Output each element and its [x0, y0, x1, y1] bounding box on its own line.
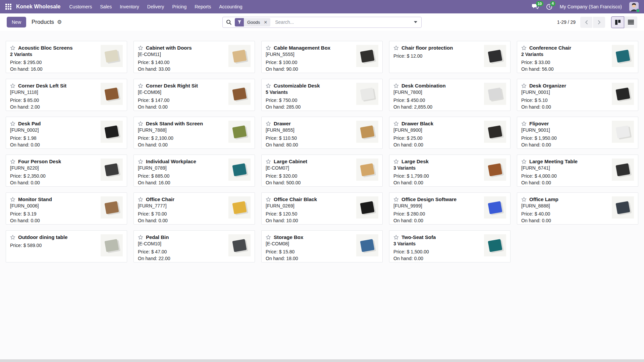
product-card[interactable]: Storage Box [E-COM08] Price: $ 15.80 On … — [261, 230, 383, 262]
favorite-star-icon[interactable] — [10, 159, 15, 164]
product-card[interactable]: Drawer Black [FURN_8900] Price: $ 25.00 … — [389, 117, 511, 149]
activities-button[interactable]: 4 — [546, 4, 552, 10]
product-card[interactable]: Desk Pad [FURN_0002] Price: $ 1.98 On ha… — [6, 117, 127, 149]
product-card[interactable]: Flipover [FURN_9001] Price: $ 1,950.00 O… — [517, 117, 638, 149]
product-card[interactable]: Large Desk 3 Variants Price: $ 1,799.00 … — [389, 155, 511, 187]
online-status-dot — [636, 9, 640, 13]
favorite-star-icon[interactable] — [10, 121, 15, 126]
product-card[interactable]: Four Person Desk [FURN_8220] Price: $ 2,… — [6, 155, 127, 187]
product-card[interactable]: Cable Management Box [FURN_5555] Price: … — [261, 41, 383, 73]
product-card-body: Desk Combination [FURN_7800] Price: $ 45… — [393, 83, 481, 107]
product-card-body: Desk Pad [FURN_0002] Price: $ 1.98 On ha… — [10, 121, 97, 145]
favorite-star-icon[interactable] — [266, 121, 271, 126]
favorite-star-icon[interactable] — [10, 83, 15, 88]
product-card[interactable]: Individual Workplace [FURN_0789] Price: … — [133, 155, 255, 187]
product-card[interactable]: Office Lamp [FURN_8888] Price: $ 40.00 O… — [517, 192, 638, 225]
product-card[interactable]: Desk Combination [FURN_7800] Price: $ 45… — [389, 79, 511, 111]
search-input[interactable] — [274, 19, 413, 25]
view-switch-list-button[interactable] — [624, 16, 637, 28]
search-bar[interactable]: Goods ✕ — [222, 17, 422, 28]
favorite-star-icon[interactable] — [138, 83, 143, 88]
facet-remove-icon[interactable]: ✕ — [263, 20, 270, 25]
nav-item-accounting[interactable]: Accounting — [215, 0, 246, 13]
favorite-star-icon[interactable] — [138, 121, 143, 126]
favorite-star-icon[interactable] — [10, 197, 15, 202]
favorite-star-icon[interactable] — [266, 83, 271, 88]
nav-item-pricing[interactable]: Pricing — [168, 0, 191, 13]
product-subtitle: [FURN_8855] — [266, 127, 353, 133]
pager-range[interactable]: 1-29 / 29 — [557, 19, 576, 25]
favorite-star-icon[interactable] — [521, 197, 527, 202]
product-card[interactable]: Cabinet with Doors [E-COM11] Price: $ 14… — [133, 41, 255, 73]
nav-item-delivery[interactable]: Delivery — [143, 0, 168, 13]
product-card[interactable]: Corner Desk Right Sit [E-COM06] Price: $… — [133, 79, 255, 111]
settings-gear-icon[interactable]: ⚙ — [57, 19, 62, 25]
product-card[interactable]: Acoustic Bloc Screens 2 Variants Price: … — [6, 41, 127, 73]
favorite-star-icon[interactable] — [138, 159, 143, 164]
favorite-star-icon[interactable] — [521, 121, 527, 126]
favorite-star-icon[interactable] — [266, 45, 271, 51]
favorite-star-icon[interactable] — [266, 197, 271, 202]
favorite-star-icon[interactable] — [393, 235, 399, 240]
company-switcher[interactable]: My Company (San Francisco) — [560, 4, 622, 9]
product-card[interactable]: Office Chair Black [FURN_0269] Price: $ … — [261, 192, 383, 225]
favorite-star-icon[interactable] — [138, 235, 143, 240]
apps-grid-icon[interactable] — [5, 4, 11, 10]
product-card[interactable]: Office Design Software [FURN_9999] Price… — [389, 192, 511, 225]
product-card[interactable]: Large Meeting Table [FURN_6741] Price: $… — [517, 155, 638, 187]
nav-item-sales[interactable]: Sales — [96, 0, 116, 13]
favorite-star-icon[interactable] — [138, 45, 143, 51]
product-price: Price: $ 1,799.00 — [393, 173, 481, 179]
favorite-star-icon[interactable] — [521, 45, 527, 51]
product-subtitle: [FURN_9999] — [393, 203, 481, 208]
product-card[interactable]: Customizable Desk 5 Variants Price: $ 75… — [261, 79, 383, 111]
favorite-star-icon[interactable] — [138, 197, 143, 202]
product-card[interactable]: Chair floor protection Price: $ 12.00 — [389, 41, 511, 73]
product-onhand: On hand: 0.00 — [393, 180, 481, 185]
favorite-star-icon[interactable] — [10, 235, 15, 240]
messages-button[interactable]: 10 — [532, 4, 539, 10]
favorite-star-icon[interactable] — [393, 83, 399, 88]
favorite-star-icon[interactable] — [521, 159, 527, 164]
search-dropdown-caret-icon[interactable] — [413, 21, 418, 23]
app-brand[interactable]: Konek Wholesale — [16, 4, 60, 10]
product-card[interactable]: Two-Seat Sofa 3 Variants Price: $ 1,500.… — [389, 230, 511, 262]
product-card[interactable]: Office Chair [FURN_7777] Price: $ 70.00 … — [133, 192, 255, 225]
nav-item-inventory[interactable]: Inventory — [116, 0, 143, 13]
favorite-star-icon[interactable] — [266, 235, 271, 240]
product-image — [484, 45, 506, 67]
chevron-right-icon — [598, 20, 601, 24]
product-title: Drawer — [274, 121, 291, 126]
product-card-body: Desk Stand with Screen [FURN_7888] Price… — [138, 121, 225, 145]
pager-next-button[interactable] — [593, 17, 605, 28]
product-card[interactable]: Pedal Bin [E-COM10] Price: $ 47.00 On ha… — [133, 230, 255, 262]
product-card[interactable]: Drawer [FURN_8855] Price: $ 110.50 On ha… — [261, 117, 383, 149]
product-card[interactable]: Outdoor dining table Price: $ 589.00 — [6, 230, 127, 262]
product-price: Price: $ 110.50 — [266, 135, 353, 141]
product-price: Price: $ 140.00 — [138, 60, 225, 65]
product-card[interactable]: Desk Organizer [FURN_0001] Price: $ 5.10… — [517, 79, 638, 111]
activities-badge: 4 — [550, 1, 555, 6]
favorite-star-icon[interactable] — [393, 121, 399, 126]
product-card[interactable]: Monitor Stand [FURN_0006] Price: $ 3.19 … — [6, 192, 127, 225]
product-card[interactable]: Large Cabinet [E-COM07] Price: $ 320.00 … — [261, 155, 383, 187]
product-image — [484, 196, 506, 219]
user-avatar[interactable] — [629, 2, 639, 11]
product-card[interactable]: Conference Chair 2 Variants Price: $ 33.… — [517, 41, 638, 73]
new-button[interactable]: New — [7, 17, 26, 27]
nav-item-reports[interactable]: Reports — [191, 0, 215, 13]
view-switch-kanban-button[interactable] — [611, 16, 624, 28]
favorite-star-icon[interactable] — [393, 159, 399, 164]
favorite-star-icon[interactable] — [521, 83, 527, 88]
product-card[interactable]: Corner Desk Left Sit [FURN_1118] Price: … — [6, 79, 127, 111]
filter-facet[interactable]: Goods ✕ — [235, 18, 270, 26]
favorite-star-icon[interactable] — [266, 159, 271, 164]
favorite-star-icon[interactable] — [393, 45, 399, 51]
nav-item-customers[interactable]: Customers — [65, 0, 96, 13]
product-image — [101, 234, 123, 256]
product-card[interactable]: Desk Stand with Screen [FURN_7888] Price… — [133, 117, 255, 149]
favorite-star-icon[interactable] — [10, 45, 15, 51]
product-onhand: On hand: 0.00 — [521, 218, 608, 223]
pager-prev-button[interactable] — [580, 17, 592, 28]
favorite-star-icon[interactable] — [393, 197, 399, 202]
